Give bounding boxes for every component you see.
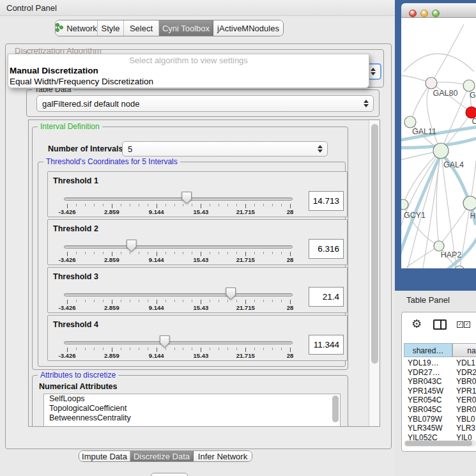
- threshold-value-field[interactable]: 11.344: [309, 335, 344, 355]
- tick-label: 21.715: [236, 352, 255, 359]
- columns-icon[interactable]: [433, 319, 447, 330]
- threshold-value-field[interactable]: 14.713: [309, 191, 344, 211]
- num-intervals-label: Number of Intervals: [48, 144, 123, 153]
- table-cell: YER054C: [404, 395, 452, 405]
- tab-label: Discretize Data: [134, 452, 190, 461]
- slider-track[interactable]: [64, 197, 293, 201]
- threshold-panel-1: Threshold 1-3.4262.8599.14415.4321.71528…: [47, 171, 348, 217]
- list-scrollbar-thumb[interactable]: [332, 395, 339, 422]
- network-node-GCY1[interactable]: [401, 199, 408, 210]
- column-header[interactable]: na: [452, 343, 476, 357]
- attribute-list-item[interactable]: SelfLoops: [44, 394, 340, 404]
- network-node-GAL4[interactable]: [433, 143, 449, 158]
- slider-thumb[interactable]: [181, 192, 192, 204]
- checkbox-icon: ✓: [464, 321, 470, 328]
- threshold-label: Threshold 4: [53, 320, 98, 329]
- table-horizontal-scrollbar[interactable]: [404, 440, 476, 447]
- slider-track[interactable]: [64, 293, 293, 296]
- tab-jactivemnodules[interactable]: jActiveMNodules: [213, 20, 283, 36]
- num-intervals-value: 5: [128, 144, 132, 154]
- dropdown-option[interactable]: Manual Discretization: [8, 65, 369, 76]
- network-edge[interactable]: [404, 54, 474, 72]
- table-header-row[interactable]: shared…na: [404, 343, 476, 357]
- tick-label: 9.144: [149, 304, 164, 311]
- select-columns-icon[interactable]: ✓ ✓: [457, 321, 470, 328]
- table-cell: YDR27…: [404, 368, 452, 378]
- table-cell: YBR043C: [404, 377, 452, 387]
- zoom-traffic-light-icon[interactable]: [432, 10, 440, 17]
- table-data-group: Table Data galFiltered.sif default node: [26, 89, 380, 117]
- threshold-value-field[interactable]: 6.316: [309, 239, 344, 259]
- network-node-GAL11[interactable]: [404, 116, 416, 128]
- attributes-group: Attributes to discretize Numerical Attri…: [32, 375, 348, 427]
- table-row[interactable]: YBL079WYBL0: [404, 415, 476, 424]
- num-intervals-combo[interactable]: 5: [122, 141, 328, 157]
- slider-thumb[interactable]: [226, 288, 236, 300]
- apply-button[interactable]: Apply: [151, 473, 188, 476]
- numerical-attributes-list[interactable]: SelfLoopsTopologicalCoefficientBetweenne…: [43, 394, 341, 427]
- network-node-label: GAL4: [443, 160, 464, 169]
- table-data-value: galFiltered.sif default node: [42, 99, 139, 109]
- numerical-attributes-heading: Numerical Attributes: [39, 382, 117, 391]
- slider-thumb[interactable]: [127, 240, 137, 252]
- threshold-value-field[interactable]: 21.4: [309, 287, 344, 307]
- network-window-frame: GAL80GACGAL11GAL4GCY1HHAP2: [395, 0, 476, 291]
- table-cell: YPR145W: [404, 387, 452, 396]
- table-hscroll-thumb[interactable]: [405, 441, 472, 446]
- tick-label: 2.859: [104, 256, 119, 263]
- slider-track[interactable]: [64, 245, 293, 249]
- network-edge[interactable]: [406, 246, 439, 267]
- tab-style[interactable]: Style: [98, 20, 124, 36]
- tab-cyni-toolbox[interactable]: Cyni Toolbox: [159, 20, 213, 36]
- bottom-tab-impute-data[interactable]: Impute Data: [79, 451, 130, 461]
- tab-select[interactable]: Select: [124, 20, 159, 36]
- table-row[interactable]: YBR043CYBR0: [404, 377, 476, 387]
- interval-definition-title: Interval Definition: [38, 122, 102, 131]
- network-node-GA[interactable]: [463, 80, 475, 91]
- slider-ticks: [67, 348, 290, 352]
- tick-label: 15.43: [194, 208, 209, 215]
- table-data-combo[interactable]: galFiltered.sif default node: [36, 95, 374, 112]
- tick-label: 2.859: [104, 304, 119, 311]
- network-node[interactable]: [454, 266, 464, 268]
- column-header[interactable]: shared…: [404, 343, 452, 357]
- settings-scrollbar-thumb[interactable]: [371, 124, 378, 364]
- table-row[interactable]: YBR045CYBR0: [404, 405, 476, 415]
- combo-arrows-icon: [363, 99, 369, 108]
- table-row[interactable]: YER054CYER0: [404, 395, 476, 405]
- tab-label: Select: [130, 24, 153, 33]
- network-node-HAP2[interactable]: [434, 241, 444, 251]
- tick-label: 21.715: [236, 256, 255, 263]
- table-cell: YLR3: [452, 424, 476, 433]
- table-row[interactable]: YDL19…YDL1: [404, 358, 476, 368]
- threshold-label: Threshold 1: [53, 176, 98, 185]
- dropdown-placeholder: Select algorithm to view settings: [8, 54, 369, 65]
- table-cell: YLR345W: [404, 424, 452, 433]
- network-canvas[interactable]: GAL80GACGAL11GAL4GCY1HHAP2: [401, 18, 476, 268]
- table-row[interactable]: YDR27…YDR2: [404, 368, 476, 378]
- network-edge[interactable]: [439, 203, 470, 246]
- tab-label: Cyni Toolbox: [162, 24, 210, 33]
- gear-icon[interactable]: ⚙: [411, 317, 422, 331]
- network-node-GAL80[interactable]: [426, 77, 437, 89]
- table-row[interactable]: YPR145WYPR1: [404, 387, 476, 396]
- cyni-toolbox-panel: Discretization Algorithm Table Data galF…: [5, 43, 392, 449]
- attribute-list-item[interactable]: TopologicalCoefficient: [44, 404, 340, 413]
- network-node-H[interactable]: [463, 196, 476, 210]
- bottom-tab-infer-network[interactable]: Infer Network: [194, 451, 252, 461]
- table-cell: YPR1: [452, 387, 476, 396]
- slider-ticks: [67, 204, 290, 208]
- table-row[interactable]: YLR345WYLR3: [404, 424, 476, 433]
- slider-thumb[interactable]: [160, 335, 170, 348]
- bottom-tab-discretize-data[interactable]: Discretize Data: [130, 451, 194, 461]
- slider-track[interactable]: [64, 341, 293, 344]
- network-node-label: GAL11: [412, 127, 436, 136]
- settings-scrollbar[interactable]: [369, 120, 380, 426]
- network-edge[interactable]: [411, 83, 431, 122]
- dropdown-option[interactable]: Equal Width/Frequency Discretization: [8, 76, 369, 87]
- minimize-traffic-light-icon[interactable]: [420, 10, 428, 17]
- tab-network[interactable]: Network: [56, 20, 98, 36]
- attribute-list-item[interactable]: BetweennessCentrality: [44, 413, 340, 423]
- close-traffic-light-icon[interactable]: [409, 10, 417, 17]
- control-panel-titlebar: Control Panel □ ✕: [0, 0, 395, 16]
